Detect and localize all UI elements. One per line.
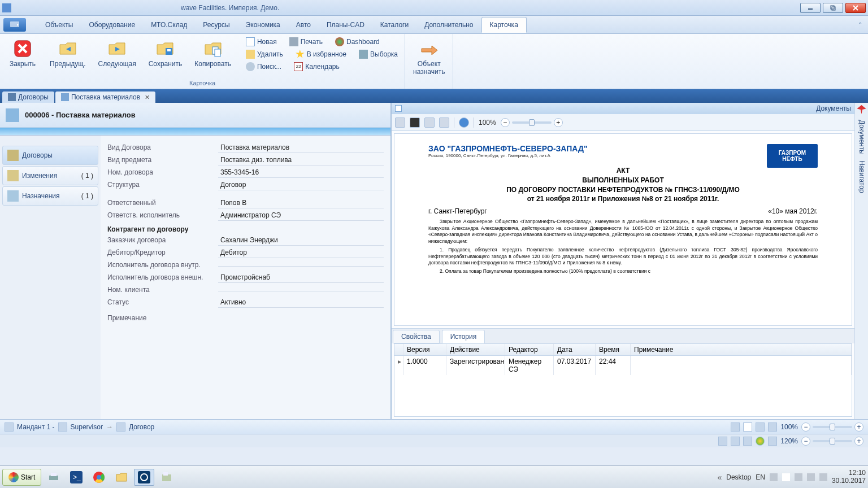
close-card-button[interactable]: Закрыть: [5, 36, 41, 72]
col-time[interactable]: Время: [596, 344, 631, 355]
menu-objects[interactable]: Объекты: [37, 18, 81, 32]
menu-economics[interactable]: Экономика: [238, 18, 288, 32]
val-struktura[interactable]: Договор: [218, 180, 384, 190]
preview-zoom-out[interactable]: −: [501, 118, 510, 127]
val-otvetstvenny[interactable]: Попов В: [218, 198, 384, 208]
col-note[interactable]: Примечание: [631, 344, 852, 355]
col-date[interactable]: Дата: [554, 344, 596, 355]
val-vid-dogovora[interactable]: Поставка материалов: [218, 142, 384, 153]
maximize-button[interactable]: [823, 3, 843, 13]
close-button[interactable]: [845, 3, 866, 13]
minimize-button[interactable]: [800, 3, 821, 13]
menu-resources[interactable]: Ресурсы: [195, 18, 237, 32]
tool-camera-icon[interactable]: [410, 117, 420, 128]
calendar-button[interactable]: 22Календарь: [292, 61, 342, 72]
val-otv-ispoln[interactable]: Администратор СЭ: [218, 210, 384, 221]
subtab-history[interactable]: История: [442, 330, 485, 343]
menu-card[interactable]: Карточка: [481, 17, 527, 33]
view-book-icon[interactable]: [768, 422, 777, 432]
view-split-icon[interactable]: [743, 422, 752, 432]
tray-flag-icon[interactable]: [782, 473, 790, 481]
shell-zoom-in[interactable]: +: [854, 437, 863, 446]
delete-button[interactable]: Удалить: [244, 49, 285, 60]
col-version[interactable]: Версия: [403, 344, 446, 355]
doctab-delivery[interactable]: Поставка материалов✕: [55, 91, 155, 103]
doctab-contracts[interactable]: Договоры: [2, 91, 54, 103]
view-grid-icon[interactable]: [731, 422, 740, 432]
tool-refresh-icon[interactable]: [459, 117, 469, 128]
tray-clock[interactable]: 12:10 30.10.2017: [832, 469, 866, 484]
val-nom-klienta[interactable]: [218, 289, 384, 291]
tray-ico1[interactable]: [770, 473, 778, 481]
next-button[interactable]: Следующая: [95, 36, 140, 72]
app-menu-button[interactable]: [3, 18, 26, 32]
history-row[interactable]: ▸ 1.0000 Зарегистрирован Менеджер СЭ 07.…: [394, 356, 852, 375]
menu-plans-cad[interactable]: Планы-CAD: [319, 18, 372, 32]
shell-zoom-slider[interactable]: [813, 440, 852, 442]
val-primech[interactable]: [218, 317, 384, 319]
start-button[interactable]: Start: [2, 469, 41, 486]
document-preview[interactable]: ГАЗПРОМ НЕФТЬ ЗАО "ГАЗПРОМНЕФТЬ-СЕВЕРО-З…: [394, 133, 852, 326]
col-marker[interactable]: [394, 344, 403, 355]
subtab-properties[interactable]: Свойства: [393, 330, 440, 343]
tray-desktop[interactable]: Desktop: [726, 473, 751, 481]
tray-ico3[interactable]: [795, 473, 802, 481]
menu-additional[interactable]: Дополнительно: [416, 18, 481, 32]
sb-zoom-slider[interactable]: [813, 426, 852, 428]
taskbar-app-icon[interactable]: [134, 469, 154, 486]
copy-button[interactable]: Копировать: [191, 36, 235, 72]
menu-mto[interactable]: МТО.Склад: [143, 18, 195, 32]
rail-documents[interactable]: Документы: [858, 120, 866, 155]
menu-auto[interactable]: Авто: [288, 18, 319, 32]
val-vid-predmeta[interactable]: Поставка диз. топлива: [218, 155, 384, 165]
search-button[interactable]: Поиск...: [244, 61, 284, 72]
view-detail-icon[interactable]: [756, 422, 765, 432]
col-action[interactable]: Действие: [446, 344, 505, 355]
taskbar-printer-icon[interactable]: [44, 469, 64, 486]
print-button[interactable]: Печать: [287, 36, 325, 47]
new-button[interactable]: Новая: [244, 36, 279, 47]
tool-open-icon[interactable]: [395, 117, 405, 128]
pin-icon[interactable]: [857, 105, 866, 114]
shell-ico3[interactable]: [743, 437, 752, 446]
val-status[interactable]: Активно: [218, 297, 384, 308]
prev-button[interactable]: Предыдущ.: [46, 36, 89, 72]
val-zakazchik[interactable]: Сахалин Энерджи: [218, 235, 384, 246]
tray-ico5[interactable]: [819, 473, 827, 481]
taskbar-powershell-icon[interactable]: >_: [66, 469, 86, 486]
preview-zoom-in[interactable]: +: [554, 118, 563, 127]
taskbar-explorer-icon[interactable]: [111, 469, 132, 486]
nav-changes[interactable]: Изменения( 1 ): [2, 166, 98, 185]
val-isp-vnesh[interactable]: Промстройснаб: [218, 272, 384, 283]
rail-navigator[interactable]: Навигатор: [858, 160, 866, 193]
sb-zoom-out[interactable]: −: [801, 422, 810, 432]
favorite-button[interactable]: В избранное: [293, 49, 349, 60]
shell-ico1[interactable]: [718, 437, 727, 446]
val-isp-vnutr[interactable]: [218, 264, 384, 267]
tool-save-icon[interactable]: [439, 117, 449, 128]
tray-chevron-icon[interactable]: «: [717, 473, 722, 482]
nav-contracts[interactable]: Договоры: [2, 146, 98, 165]
menu-catalogs[interactable]: Каталоги: [372, 18, 416, 32]
shell-ico2[interactable]: [731, 437, 740, 446]
assign-object-button[interactable]: Объект назначить: [410, 36, 448, 78]
col-editor[interactable]: Редактор: [505, 344, 554, 355]
selection-button[interactable]: Выборка: [357, 49, 400, 60]
val-nom-dogovora[interactable]: 355-3345-16: [218, 167, 384, 178]
dashboard-button[interactable]: Dashboard: [333, 36, 382, 47]
save-button[interactable]: Сохранить: [145, 36, 186, 72]
shell-globe-icon[interactable]: [756, 437, 765, 446]
val-debkred[interactable]: Дебитор: [218, 247, 384, 258]
sb-zoom-in[interactable]: +: [854, 422, 863, 432]
taskbar-chrome-icon[interactable]: [89, 469, 109, 486]
tool-paste-icon[interactable]: [424, 117, 435, 128]
tray-ico4[interactable]: [807, 473, 815, 481]
nav-assignments[interactable]: Назначения( 1 ): [2, 186, 98, 206]
preview-zoom-slider[interactable]: [512, 121, 552, 124]
tray-lang[interactable]: EN: [756, 473, 765, 481]
shell-zoom-out[interactable]: −: [801, 437, 810, 446]
ribbon-collapse-icon[interactable]: ⌃: [856, 19, 865, 30]
shell-ico5[interactable]: [768, 437, 777, 446]
menu-equipment[interactable]: Оборудование: [81, 18, 144, 32]
taskbar-fax-icon[interactable]: [157, 469, 177, 486]
